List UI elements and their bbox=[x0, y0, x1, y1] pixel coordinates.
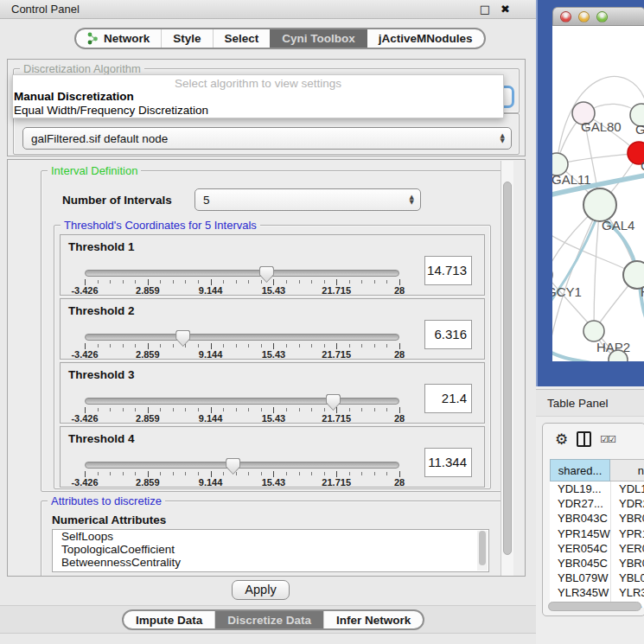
threshold-2-value-field[interactable]: 6.316 bbox=[424, 320, 472, 349]
tick-mark bbox=[336, 343, 337, 349]
threshold-4-value-field[interactable]: 11.344 bbox=[424, 448, 472, 477]
table-cell: YBL079W bbox=[550, 571, 610, 585]
attributes-group-label: Attributes to discretize bbox=[48, 494, 165, 507]
table-row[interactable]: YBR045CYBR0 bbox=[550, 556, 644, 571]
tick-mark bbox=[248, 280, 249, 284]
close-window-icon[interactable]: ✖ bbox=[501, 0, 510, 19]
scale-label: 9.144 bbox=[199, 349, 223, 360]
table-cell: YLR3 bbox=[610, 585, 644, 600]
table-horizontal-scrollbar[interactable] bbox=[548, 602, 641, 611]
tab-style[interactable]: Style bbox=[161, 29, 212, 48]
columns-icon[interactable] bbox=[577, 431, 591, 447]
tick-mark bbox=[85, 343, 86, 349]
list-item-selfloops[interactable]: SelfLoops bbox=[53, 530, 488, 543]
list-item-betweennesscentrality[interactable]: BetweennessCentrality bbox=[53, 556, 488, 569]
network-node[interactable] bbox=[583, 188, 616, 221]
scale-label: 2.859 bbox=[136, 413, 160, 424]
tick-mark bbox=[160, 344, 161, 348]
panel-scrollbar-thumb[interactable] bbox=[503, 182, 512, 555]
scale-label: 21.715 bbox=[322, 477, 351, 488]
tick-mark bbox=[349, 408, 350, 411]
table-cell: YBR045C bbox=[550, 556, 610, 571]
table-data-selected-value: galFiltered.sif default node bbox=[31, 132, 168, 145]
tick-mark bbox=[98, 344, 99, 348]
tick-mark bbox=[273, 407, 274, 413]
tab-discretize-data[interactable]: Discretize Data bbox=[214, 611, 323, 628]
tick-mark bbox=[135, 472, 136, 475]
tick-mark bbox=[198, 408, 199, 411]
tick-mark bbox=[211, 343, 212, 349]
table-row[interactable]: YDL19...YDL1 bbox=[550, 481, 644, 496]
numerical-attributes-label: Numerical Attributes bbox=[52, 513, 166, 526]
tick-mark bbox=[185, 472, 186, 475]
network-node[interactable] bbox=[583, 321, 604, 341]
popup-option-equal-width-frequency[interactable]: Equal Width/Frequency Discretization bbox=[13, 104, 503, 118]
threshold-2-slider[interactable] bbox=[85, 334, 399, 341]
table-cell: YBL0 bbox=[610, 571, 644, 585]
minimize-traffic-light[interactable] bbox=[578, 11, 590, 22]
tick-mark bbox=[286, 472, 287, 475]
scale-label: 15.43 bbox=[262, 349, 286, 360]
float-window-icon[interactable]: □ bbox=[480, 0, 490, 19]
tick-mark bbox=[110, 344, 111, 348]
table-data-group: Table Data galFiltered.sif default node … bbox=[13, 113, 520, 155]
scale-label: 2.859 bbox=[136, 349, 160, 360]
threshold-1-slider[interactable] bbox=[85, 270, 399, 277]
table-row[interactable]: YDR27...YDR2 bbox=[550, 496, 644, 511]
gear-icon[interactable]: ⚙ bbox=[555, 430, 568, 448]
table-row[interactable]: YER054CYER0 bbox=[550, 541, 644, 556]
tick-mark bbox=[123, 344, 124, 348]
scale-label: 15.43 bbox=[262, 413, 286, 424]
slider-ruler bbox=[85, 278, 399, 285]
column-header-name[interactable]: n bbox=[610, 459, 644, 481]
list-item-topologicalcoefficient[interactable]: TopologicalCoefficient bbox=[53, 543, 488, 556]
number-of-intervals-value: 5 bbox=[203, 194, 210, 207]
algorithm-hint: Select algorithm to view settings bbox=[13, 75, 503, 90]
tick-mark bbox=[135, 280, 136, 284]
close-traffic-light[interactable] bbox=[560, 11, 571, 22]
tab-select[interactable]: Select bbox=[213, 29, 271, 48]
table-data-combobox[interactable]: galFiltered.sif default node ▲▼ bbox=[22, 127, 512, 150]
slider-scale-labels: -3.4262.8599.14415.4321.71528 bbox=[85, 477, 399, 488]
attributes-scrollbar[interactable] bbox=[477, 531, 488, 571]
tab-infer-network[interactable]: Infer Network bbox=[323, 611, 423, 628]
checkbox-icons[interactable]: ☑☑ bbox=[600, 434, 615, 445]
table-row[interactable]: YPR145WYPR1 bbox=[550, 526, 644, 541]
threshold-4-slider[interactable] bbox=[85, 462, 399, 469]
network-window-titlebar[interactable] bbox=[552, 7, 644, 26]
tab-cyni-toolbox[interactable]: Cyni Toolbox bbox=[270, 29, 367, 48]
threshold-1-value-field[interactable]: 14.713 bbox=[424, 256, 472, 285]
popup-option-manual-discretization[interactable]: Manual Discretization bbox=[13, 90, 503, 104]
tick-mark bbox=[324, 280, 325, 284]
table-row[interactable]: YLR345WYLR3 bbox=[550, 585, 644, 600]
threshold-3-slider[interactable] bbox=[85, 398, 399, 405]
network-icon bbox=[87, 32, 99, 45]
column-header-shared-name[interactable]: shared... bbox=[550, 459, 610, 481]
bottom-tab-bar: Impute Data Discretize Data Infer Networ… bbox=[122, 609, 424, 630]
network-window-frame: GAL80GACGAL11GAL4GCY1HHAP2 bbox=[536, 0, 644, 386]
table-cell: YBR0 bbox=[610, 556, 644, 571]
table-row[interactable]: YBR043CYBR0 bbox=[550, 511, 644, 526]
panel-scrollbar[interactable] bbox=[501, 161, 513, 577]
node-label: GAL11 bbox=[552, 172, 591, 187]
zoom-traffic-light[interactable] bbox=[596, 11, 608, 22]
tick-mark bbox=[374, 472, 375, 475]
threshold-3-value-field[interactable]: 21.4 bbox=[424, 384, 472, 413]
apply-button[interactable]: Apply bbox=[232, 580, 290, 600]
network-view-canvas[interactable]: GAL80GACGAL11GAL4GCY1HHAP2 bbox=[552, 26, 644, 361]
scale-label: 28 bbox=[394, 349, 405, 360]
scale-label: 15.43 bbox=[262, 477, 286, 488]
table-scrollbar-thumb[interactable] bbox=[548, 602, 641, 611]
tab-network[interactable]: Network bbox=[76, 29, 161, 48]
scale-label: 21.715 bbox=[322, 349, 351, 360]
table-toolbar: ⚙ ☑☑ bbox=[543, 424, 644, 455]
tab-impute-data[interactable]: Impute Data bbox=[124, 611, 214, 628]
tick-mark bbox=[261, 408, 262, 411]
attributes-group: Attributes to discretize Numerical Attri… bbox=[41, 501, 502, 577]
tab-jactivemnodules[interactable]: jActiveMNodules bbox=[367, 29, 484, 48]
table-row[interactable]: YBL079WYBL0 bbox=[550, 571, 644, 585]
tick-mark bbox=[173, 472, 174, 475]
table-panel-titlebar: Table Panel bbox=[536, 389, 644, 417]
tick-mark bbox=[236, 344, 237, 348]
number-of-intervals-combobox[interactable]: 5 ▲▼ bbox=[194, 188, 421, 211]
